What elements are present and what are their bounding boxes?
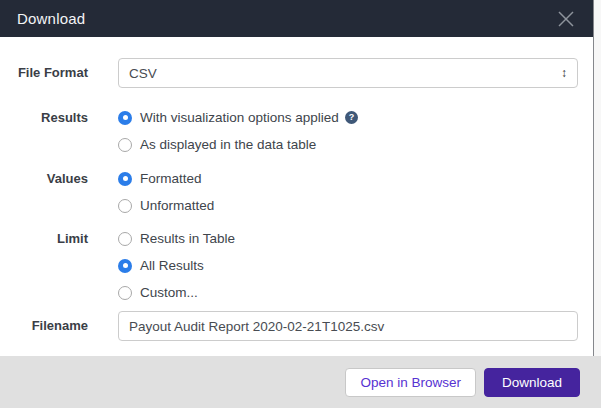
radio-unselected-icon — [118, 199, 132, 213]
download-dialog-screen: Download File Format CSV ↕ Resul — [0, 0, 601, 408]
modal-header: Download — [0, 0, 593, 37]
radio-selected-icon — [118, 172, 132, 186]
filename-row: Filename — [0, 311, 593, 341]
radio-option-as-displayed[interactable]: As displayed in the data table — [118, 131, 358, 158]
radio-option-label: Formatted — [140, 171, 202, 186]
modal-footer: Open in Browser Download — [0, 356, 593, 408]
file-format-selected-value: CSV — [129, 66, 157, 81]
radio-option-label: Unformatted — [140, 198, 214, 213]
radio-selected-icon — [118, 111, 132, 125]
radio-option-results-in-table[interactable]: Results in Table — [118, 225, 235, 252]
radio-unselected-icon — [118, 232, 132, 246]
radio-option-formatted[interactable]: Formatted — [118, 165, 214, 192]
modal-title: Download — [17, 10, 85, 27]
radio-unselected-icon — [118, 286, 132, 300]
values-group: Values Formatted Unformatted — [0, 165, 593, 219]
radio-option-label: As displayed in the data table — [140, 137, 316, 152]
file-format-row: File Format CSV ↕ — [0, 58, 593, 88]
radio-unselected-icon — [118, 138, 132, 152]
footer-backdrop-strip — [593, 356, 601, 408]
radio-option-label: All Results — [140, 258, 204, 273]
values-label: Values — [0, 165, 88, 219]
close-button[interactable] — [556, 9, 576, 29]
filename-input[interactable] — [118, 311, 578, 341]
help-icon[interactable]: ? — [345, 111, 358, 124]
open-in-browser-button[interactable]: Open in Browser — [345, 368, 476, 397]
modal-body: File Format CSV ↕ Results With visualiza… — [0, 37, 593, 356]
results-group: Results With visualization options appli… — [0, 104, 593, 158]
download-modal: Download File Format CSV ↕ Resul — [0, 0, 594, 408]
close-icon — [557, 10, 575, 28]
select-updown-icon: ↕ — [561, 67, 567, 79]
file-format-label: File Format — [0, 58, 88, 88]
radio-option-with-visualization[interactable]: With visualization options applied ? — [118, 104, 358, 131]
radio-option-label: With visualization options applied — [140, 110, 339, 125]
radio-selected-icon — [118, 259, 132, 273]
radio-option-custom[interactable]: Custom... — [118, 279, 235, 306]
results-label: Results — [0, 104, 88, 158]
limit-label: Limit — [0, 225, 88, 306]
radio-option-unformatted[interactable]: Unformatted — [118, 192, 214, 219]
limit-group: Limit Results in Table All Results Custo… — [0, 225, 593, 306]
download-button[interactable]: Download — [484, 368, 580, 397]
file-format-select[interactable]: CSV ↕ — [118, 58, 578, 88]
radio-option-label: Custom... — [140, 285, 198, 300]
filename-label: Filename — [0, 311, 88, 341]
radio-option-all-results[interactable]: All Results — [118, 252, 235, 279]
radio-option-label: Results in Table — [140, 231, 235, 246]
